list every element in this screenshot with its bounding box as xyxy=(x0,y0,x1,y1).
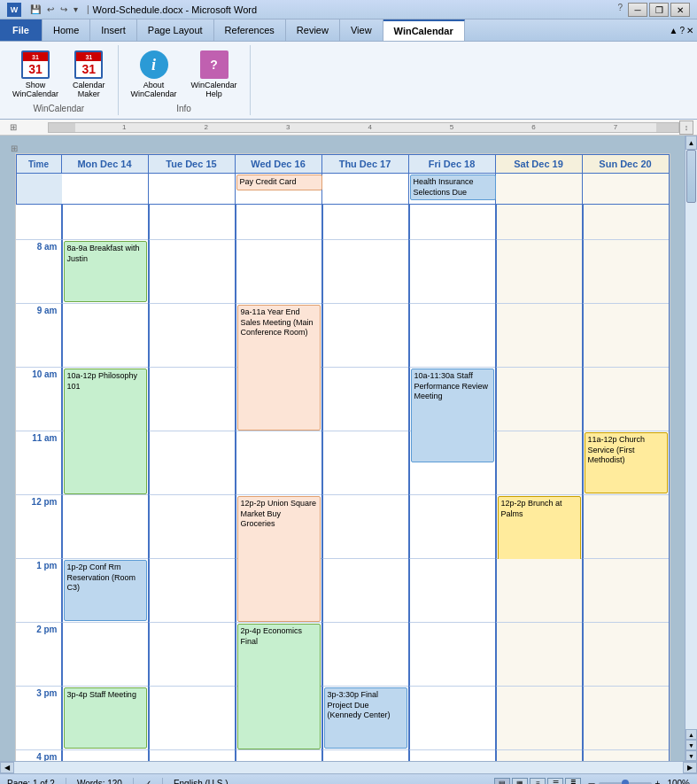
close-button[interactable]: ✕ xyxy=(670,3,690,17)
fri-row-8am[interactable] xyxy=(409,240,495,304)
wed-row-10am[interactable] xyxy=(236,368,321,431)
undo-qa-btn[interactable]: ↩ xyxy=(45,4,56,15)
fri-row-2pm[interactable] xyxy=(409,623,495,687)
wed-row-4pm[interactable] xyxy=(236,750,321,761)
sun-row-1pm[interactable] xyxy=(583,559,669,623)
thu-row-10am[interactable] xyxy=(322,368,408,431)
thu-row-11am[interactable] xyxy=(322,431,408,495)
thu-row-1pm[interactable] xyxy=(322,559,408,623)
fri-row-3pm[interactable] xyxy=(409,687,495,750)
sat-row-11am[interactable] xyxy=(496,431,582,495)
sat-row-3pm[interactable] xyxy=(496,687,582,750)
fri-row-9am[interactable] xyxy=(409,304,495,368)
mon-row-11am[interactable] xyxy=(62,431,148,495)
mon-row-12pm[interactable] xyxy=(62,495,148,559)
tue-row-9am[interactable] xyxy=(149,304,235,368)
tue-row-3pm[interactable] xyxy=(149,687,235,750)
wed-row-12pm[interactable]: 12p-2p Union Square Market Buy Groceries xyxy=(236,495,321,559)
tab-wincalendar[interactable]: WinCalendar xyxy=(383,19,465,41)
tab-insert[interactable]: Insert xyxy=(90,19,137,41)
ribbon-close-btn[interactable]: ✕ xyxy=(686,26,693,35)
tue-row-8am[interactable] xyxy=(149,240,235,304)
about-wincalendar-button[interactable]: i AboutWinCalendar xyxy=(126,49,182,100)
scroll-left-arrow[interactable]: ◀ xyxy=(0,762,14,773)
ribbon-help-btn[interactable]: ▲ xyxy=(670,26,678,35)
sat-row-9am[interactable] xyxy=(496,304,582,368)
mon-row-10am[interactable]: 10a-12p Philosophy 101 xyxy=(62,368,148,431)
sun-row-2pm[interactable] xyxy=(583,623,669,687)
mon-row-4pm[interactable] xyxy=(62,750,148,761)
fri-row-10am[interactable]: 10a-11:30a Staff Performance Review Meet… xyxy=(409,368,495,431)
vertical-scrollbar[interactable]: ▲ ▲ ▼ ▼ xyxy=(685,136,697,761)
event-conf-rm[interactable]: 1p-2p Conf Rm Reservation (Room C3) xyxy=(64,560,147,621)
calendar-maker-button[interactable]: 31 31 CalendarMaker xyxy=(67,49,111,100)
sun-row-9am[interactable] xyxy=(583,304,669,368)
outline-btn[interactable]: ☰ xyxy=(547,778,563,785)
wed-row-1pm[interactable] xyxy=(236,559,321,623)
wed-row-8am[interactable] xyxy=(236,240,321,304)
fri-row-4pm[interactable] xyxy=(409,750,495,761)
event-breakfast-justin[interactable]: 8a-9a Breakfast with Justin xyxy=(64,241,147,302)
sat-row-top[interactable] xyxy=(496,205,582,240)
sun-row-4pm[interactable] xyxy=(583,750,669,761)
tue-row-10am[interactable] xyxy=(149,368,235,431)
h-scroll-track[interactable] xyxy=(14,762,683,773)
tab-file[interactable]: File xyxy=(0,19,43,41)
tab-view[interactable]: View xyxy=(340,19,383,41)
help-icon[interactable]: ? xyxy=(614,3,626,17)
sat-row-2pm[interactable] xyxy=(496,623,582,687)
wed-row-3pm[interactable] xyxy=(236,687,321,750)
event-pay-credit-card[interactable]: Pay Credit Card xyxy=(236,175,322,190)
scroll-prev-btn[interactable]: ▲ xyxy=(685,729,697,740)
scroll-up-arrow[interactable]: ▲ xyxy=(685,136,697,150)
mon-row-8am[interactable]: 8a-9a Breakfast with Justin xyxy=(62,240,148,304)
fri-row-12pm[interactable] xyxy=(409,495,495,559)
mon-row-top[interactable] xyxy=(62,205,148,240)
wincalendar-help-button[interactable]: ? WinCalendarHelp xyxy=(186,49,243,100)
event-final-project[interactable]: 3p-3:30p Final Project Due (Kennedy Cent… xyxy=(324,687,407,749)
fri-row-11am[interactable] xyxy=(409,431,495,495)
zoom-in-btn[interactable]: + xyxy=(655,779,661,784)
sun-row-12pm[interactable] xyxy=(583,495,669,559)
event-church-service[interactable]: 11a-12p Church Service (First Methodist) xyxy=(585,432,668,493)
web-layout-btn[interactable]: ≡ xyxy=(530,778,546,785)
ribbon-minimize-btn[interactable]: ? xyxy=(679,26,685,35)
mon-row-3pm[interactable]: 3p-4p Staff Meeting xyxy=(62,687,148,750)
tue-row-12pm[interactable] xyxy=(149,495,235,559)
sun-row-top[interactable] xyxy=(583,205,669,240)
print-layout-btn[interactable]: ▤ xyxy=(494,778,510,785)
fri-row-1pm[interactable] xyxy=(409,559,495,623)
expand-btn[interactable]: ⊞ xyxy=(11,139,25,153)
tue-row-1pm[interactable] xyxy=(149,559,235,623)
tab-references[interactable]: References xyxy=(214,19,286,41)
sat-row-8am[interactable] xyxy=(496,240,582,304)
scroll-down-arrow[interactable]: ▼ xyxy=(685,750,697,761)
zoom-thumb[interactable] xyxy=(622,780,629,785)
thu-row-2pm[interactable] xyxy=(322,623,408,687)
fri-row-top[interactable] xyxy=(409,205,495,240)
tue-row-top[interactable] xyxy=(149,205,235,240)
tab-page-layout[interactable]: Page Layout xyxy=(137,19,214,41)
tue-row-11am[interactable] xyxy=(149,431,235,495)
scroll-next-btn[interactable]: ▼ xyxy=(685,740,697,750)
sun-row-10am[interactable] xyxy=(583,368,669,431)
thu-row-3pm[interactable]: 3p-3:30p Final Project Due (Kennedy Cent… xyxy=(322,687,408,750)
sat-row-12pm[interactable]: 12p-2p Brunch at Palms xyxy=(496,495,582,559)
tue-row-4pm[interactable] xyxy=(149,750,235,761)
sat-row-4pm[interactable] xyxy=(496,750,582,761)
thu-row-top[interactable] xyxy=(322,205,408,240)
tab-review[interactable]: Review xyxy=(286,19,340,41)
show-wincalendar-button[interactable]: 31 31 ShowWinCalendar xyxy=(7,49,64,100)
zoom-out-btn[interactable]: ─ xyxy=(588,779,594,784)
thu-row-9am[interactable] xyxy=(322,304,408,368)
wed-row-top[interactable] xyxy=(236,205,321,240)
scroll-track[interactable] xyxy=(685,150,697,729)
mon-row-2pm[interactable] xyxy=(62,623,148,687)
ruler-icon[interactable]: ⊞ xyxy=(4,122,23,132)
document-scroll-area[interactable]: ⊞ Time Mon Dec 14 Tue Dec 15 Wed Dec 16 … xyxy=(0,136,685,761)
sun-row-3pm[interactable] xyxy=(583,687,669,750)
horizontal-scrollbar[interactable]: ◀ ▶ xyxy=(0,761,697,773)
thu-row-4pm[interactable] xyxy=(322,750,408,761)
wed-row-11am[interactable] xyxy=(236,431,321,495)
minimize-button[interactable]: ─ xyxy=(628,3,647,17)
